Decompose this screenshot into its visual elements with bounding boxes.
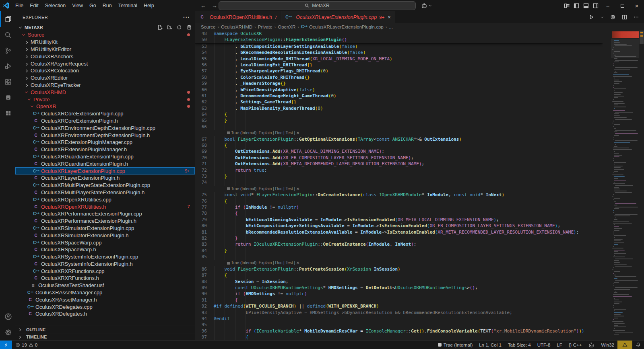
breadcrumb-item[interactable]: OculusXRHMD bbox=[221, 25, 252, 29]
tab-close-icon[interactable]: × bbox=[388, 14, 391, 20]
tree-file-oculusxrspacewarp.h[interactable]: COculusXRSpaceWarp.h bbox=[15, 246, 195, 253]
codelens-action-doc[interactable]: Doc bbox=[275, 186, 283, 192]
breadcrumb-file[interactable]: C++OculusXRLayerExtensionPlugin.cpp bbox=[301, 25, 384, 29]
vertical-scrollbar[interactable] bbox=[639, 31, 644, 340]
tree-file-oculusxrmultiplayerstateextensionplugin.cpp[interactable]: C++OculusXRMultiPlayerStateExtensionPlug… bbox=[15, 182, 195, 189]
tree-file-oculusxrmultiplayerstateextensionplugin.h[interactable]: COculusXRMultiPlayerStateExtensionPlugin… bbox=[15, 189, 195, 196]
menu-help[interactable]: Help bbox=[140, 0, 157, 11]
tree-file-oculusxrcoreextensionplugin.h[interactable]: COculusXRCoreExtensionPlugin.h bbox=[15, 117, 195, 125]
codelens-action-test[interactable]: Test bbox=[285, 260, 293, 266]
code-editor[interactable]: 48namespace OculusXR50 FLayerExtensionPl… bbox=[195, 31, 644, 340]
tree-file-oculusxrsimulatorextensionplugin.cpp[interactable]: C++OculusXRSimulatorExtensionPlugin.cpp bbox=[15, 225, 195, 232]
tree-folder-mrutilitykiteditor[interactable]: MRUtilityKitEditor bbox=[15, 46, 195, 53]
tree-folder-private[interactable]: Private bbox=[15, 96, 195, 103]
tree-folder-source[interactable]: Source bbox=[15, 31, 195, 39]
refresh-icon[interactable] bbox=[176, 25, 182, 30]
run-button[interactable] bbox=[588, 14, 594, 20]
close-button[interactable]: × bbox=[630, 0, 644, 11]
tree-file-oculusxrdelegates.cpp[interactable]: C++OculusXRDelegates.cpp bbox=[15, 303, 195, 310]
menu-edit[interactable]: Edit bbox=[27, 0, 42, 11]
codelens-actions[interactable]: Trae (Internal): Explain | Doc | Test | … bbox=[195, 186, 603, 192]
tree-folder-oculusxreyetracker[interactable]: OculusXREyeTracker bbox=[15, 82, 195, 89]
activity-account-icon[interactable] bbox=[0, 309, 15, 324]
tab-oculusxropenxrutilities.h[interactable]: COculusXROpenXRUtilities.h7 bbox=[195, 11, 281, 23]
tree-file-oculusxrextensionpluginmanager.cpp[interactable]: C++OculusXRExtensionPluginManager.cpp bbox=[15, 139, 195, 146]
status-win32[interactable]: Win32 bbox=[598, 341, 617, 349]
tree-file-oculusxrassetmanager.cpp[interactable]: C++OculusXRAssetManager.cpp bbox=[15, 289, 195, 296]
tree-file-oculusxrsysteminfoextensionplugin.h[interactable]: COculusXRSystemInfoExtensionPlugin.h bbox=[15, 261, 195, 268]
codelens-action-explain[interactable]: Explain bbox=[259, 260, 272, 266]
codelens-action-test[interactable]: Test bbox=[285, 130, 293, 136]
codelens-action-doc[interactable]: Doc bbox=[275, 260, 283, 266]
menu-run[interactable]: Run bbox=[99, 0, 115, 11]
workspace-section-header[interactable]: METAXR bbox=[15, 23, 195, 31]
tab-oculusxrlayerextensionplugin.cpp[interactable]: C++OculusXRLayerExtensionPlugin.cpp9+× bbox=[281, 11, 395, 23]
status--c-[interactable]: {} C++ bbox=[566, 341, 585, 349]
activity-settings-gear-icon[interactable] bbox=[0, 324, 15, 340]
menu-file[interactable]: File bbox=[12, 0, 27, 11]
tree-file-oculusxrperformanceextensionplugin.h[interactable]: COculusXRPerformanceExtensionPlugin.h bbox=[15, 218, 195, 225]
tree-file-oculusxrspacewarp.cpp[interactable]: C++OculusXRSpaceWarp.cpp bbox=[15, 239, 195, 246]
tree-file-oculusxrcoreextensionplugin.cpp[interactable]: C++OculusXRCoreExtensionPlugin.cpp bbox=[15, 110, 195, 117]
tree-file-oculusxrlayerextensionplugin.h[interactable]: COculusXRLayerExtensionPlugin.h bbox=[15, 174, 195, 182]
tree-folder-oculusxranchors[interactable]: OculusXRAnchors bbox=[15, 53, 195, 60]
nav-back-icon[interactable]: ← bbox=[200, 2, 206, 9]
status-utf-8[interactable]: UTF-8 bbox=[534, 341, 554, 349]
tree-file-oculusxrsimulatorextensionplugin.h[interactable]: COculusXRSimulatorExtensionPlugin.h bbox=[15, 232, 195, 239]
customize-layout-icon[interactable] bbox=[562, 0, 572, 11]
nav-forward-icon[interactable]: → bbox=[212, 2, 217, 9]
maximize-button[interactable] bbox=[615, 0, 630, 11]
codelens-action-explain[interactable]: Explain bbox=[259, 130, 272, 136]
command-center-search[interactable]: MetaXR bbox=[219, 1, 416, 10]
explorer-more-actions[interactable]: ··· bbox=[183, 14, 190, 21]
activity-run-debug-icon[interactable] bbox=[0, 58, 15, 74]
new-file-icon[interactable] bbox=[157, 25, 163, 30]
status-trae-internal[interactable]: Trae (Internal) bbox=[435, 341, 476, 349]
breadcrumb-item[interactable]: Source bbox=[201, 25, 215, 29]
codelens-close-icon[interactable]: ✕ bbox=[296, 260, 299, 266]
tree-file-oculusxrdelegates.h[interactable]: COculusXRDelegates.h bbox=[15, 310, 195, 318]
codelens-action-explain[interactable]: Explain bbox=[259, 186, 272, 192]
status-lf[interactable]: LF bbox=[553, 341, 565, 349]
activity-source-control-icon[interactable] bbox=[0, 43, 15, 58]
new-folder-icon[interactable] bbox=[167, 25, 172, 30]
toggle-panel-icon[interactable] bbox=[581, 0, 591, 11]
activity-extensions-icon[interactable] bbox=[0, 74, 15, 90]
activity-search-icon[interactable] bbox=[0, 27, 15, 43]
editor-settings-icon[interactable] bbox=[610, 14, 616, 20]
codelens-actions[interactable]: Trae (Internal): Explain | Doc | Test | … bbox=[195, 260, 603, 266]
codelens-close-icon[interactable]: ✕ bbox=[296, 130, 299, 136]
breadcrumb-more[interactable]: ... bbox=[389, 25, 393, 29]
ai-assistant-button[interactable] bbox=[421, 0, 432, 11]
codelens-close-icon[interactable]: ✕ bbox=[296, 186, 299, 192]
tree-folder-oculusxreditor[interactable]: OculusXREditor bbox=[15, 74, 195, 82]
status-warning-indicator[interactable] bbox=[617, 341, 632, 349]
remote-indicator[interactable] bbox=[0, 341, 12, 349]
status-tab-size-4[interactable]: Tab Size: 4 bbox=[505, 341, 534, 349]
codelens-action-doc[interactable]: Doc bbox=[275, 130, 283, 136]
tree-file-oculusxrlayerextensionplugin.cpp[interactable]: C++OculusXRLayerExtensionPlugin.cpp9+ bbox=[15, 167, 195, 174]
tree-folder-oculusxrhmd[interactable]: OculusXRHMD bbox=[15, 88, 195, 96]
tree-folder-oculusxrasyncrequest[interactable]: OculusXRAsyncRequest bbox=[15, 60, 195, 67]
tree-file-oculusxrsysteminfoextensionplugin.cpp[interactable]: C++OculusXRSystemInfoExtensionPlugin.cpp bbox=[15, 253, 195, 261]
menu-terminal[interactable]: Terminal bbox=[115, 0, 140, 11]
timeline-section[interactable]: TIMELINE bbox=[15, 333, 195, 340]
tree-file-oculusxrxrfunctions.h[interactable]: COculusXRXRFunctions.h bbox=[15, 275, 195, 282]
codelens-actions[interactable]: Trae (Internal): Explain | Doc | Test | … bbox=[195, 130, 603, 136]
toggle-sidebar-icon[interactable] bbox=[572, 0, 581, 11]
split-editor-icon[interactable] bbox=[621, 14, 627, 20]
problems-indicator[interactable]: 19 0 bbox=[12, 341, 41, 349]
tree-file-oculusxrperformanceextensionplugin.cpp[interactable]: C++OculusXRPerformanceExtensionPlugin.cp… bbox=[15, 210, 195, 218]
menu-view[interactable]: View bbox=[69, 0, 86, 11]
tree-file-oculusxrenvironmentdepthextensionplugin.h[interactable]: COculusXREnvironmentDepthExtensionPlugin… bbox=[15, 131, 195, 139]
collapse-all-icon[interactable] bbox=[186, 25, 192, 30]
tree-folder-openxr[interactable]: OpenXR bbox=[15, 103, 195, 110]
tree-file-oculusstresstestshader.usf[interactable]: ≡OculusStressTestShader.usf bbox=[15, 282, 195, 289]
tree-file-oculusxrguardianextensionplugin.cpp[interactable]: C++OculusXRGuardianExtensionPlugin.cpp bbox=[15, 153, 195, 160]
menu-selection[interactable]: Selection bbox=[42, 0, 69, 11]
status-robot-icon[interactable] bbox=[585, 341, 598, 349]
minimize-button[interactable]: – bbox=[601, 0, 615, 11]
menu-go[interactable]: Go bbox=[86, 0, 99, 11]
tree-file-oculusxropenxrutilities.h[interactable]: COculusXROpenXRUtilities.h7 bbox=[15, 203, 195, 210]
breadcrumb-item[interactable]: Private bbox=[258, 25, 272, 29]
